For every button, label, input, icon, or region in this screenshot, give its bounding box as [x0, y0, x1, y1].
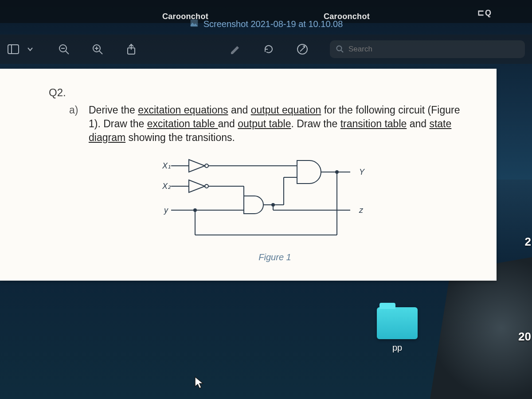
svg-line-14	[341, 51, 344, 53]
svg-point-35	[194, 209, 196, 211]
figure-caption: Figure 1	[258, 251, 291, 263]
underline-excitation-table: excitation table	[147, 118, 218, 129]
svg-line-7	[99, 51, 102, 54]
folder-icon	[377, 307, 418, 339]
text-run-6: and	[407, 118, 429, 129]
document-page: Q2. a) Derive the excitation equations a…	[0, 69, 497, 281]
part-letter: a)	[69, 103, 78, 117]
file-image-icon	[189, 18, 199, 30]
zoom-in-icon[interactable]	[91, 43, 104, 55]
window-title: Screenshot 2021-08-19 at 10.10.08	[203, 19, 343, 29]
search-input[interactable]	[348, 45, 519, 54]
edge-number-lower: 20	[518, 330, 531, 344]
folder-label: pp	[372, 343, 423, 353]
text-run-2: and	[228, 104, 251, 116]
highlight-icon[interactable]	[229, 43, 241, 55]
share-icon[interactable]	[125, 43, 137, 55]
text-run-4: and	[218, 118, 238, 129]
underline-excitation-equations: excitation equations	[138, 104, 228, 116]
label-z-out: z	[359, 206, 364, 215]
question-number: Q2.	[49, 86, 479, 99]
label-y-in: y	[163, 206, 168, 215]
svg-rect-1	[8, 45, 19, 54]
question-body: a) Derive the excitation equations and o…	[89, 103, 461, 266]
underline-output-equation: output equation	[251, 104, 321, 116]
underline-output-table: output table	[238, 118, 291, 129]
text-run-7: showing the transitions.	[125, 132, 235, 143]
rotate-icon[interactable]	[262, 43, 275, 55]
svg-point-13	[337, 46, 342, 51]
circuit-figure: X₁ X₂ y	[151, 155, 399, 266]
edge-number-upper: 2	[525, 235, 531, 249]
markup-icon[interactable]	[296, 43, 309, 55]
label-x1: X₁	[162, 161, 171, 170]
sidebar-toggle-icon[interactable]	[7, 43, 20, 55]
svg-line-4	[66, 51, 69, 54]
cursor-icon	[194, 376, 205, 391]
window-title-row: Screenshot 2021-08-19 at 10.10.08	[0, 16, 532, 32]
zoom-out-icon[interactable]	[58, 43, 70, 55]
chevron-down-icon[interactable]	[24, 43, 36, 55]
label-x2: X₂	[162, 182, 171, 191]
label-Y-out: Y	[359, 168, 365, 176]
preview-toolbar	[0, 35, 532, 64]
desktop-folder-pp[interactable]: pp	[372, 307, 423, 353]
search-icon	[336, 45, 344, 53]
text-run-1: Derive the	[89, 104, 138, 116]
search-field[interactable]	[330, 40, 525, 58]
text-run-5: . Draw the	[291, 118, 340, 129]
underline-transition-table: transition table	[340, 118, 407, 129]
